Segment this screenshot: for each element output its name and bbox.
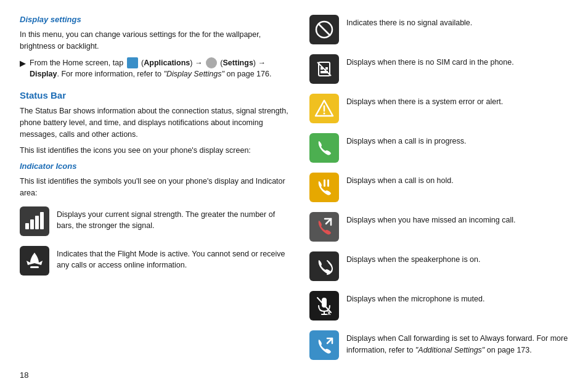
icon-row-missed: Displays when you have missed an incomin… [309,212,568,242]
icon-row-airplane: Indicates that the Flight Mode is active… [20,246,290,276]
svg-rect-9 [325,67,328,70]
icon-row-hold: Displays when a call is on hold. [309,173,568,202]
status-bar-para1: The Status Bar shows information about t… [20,105,290,140]
status-bar-para2: This list identifies the icons you see o… [20,145,290,157]
svg-rect-4 [30,266,39,268]
missed-call-icon [309,212,339,242]
svg-rect-0 [25,223,29,229]
call-forward-desc: Displays when Call forwarding is set to … [346,330,568,356]
missed-call-desc: Displays when you have missed an incomin… [346,212,568,226]
indicator-icons-section: Indicator Icons This list identifies the… [20,161,290,276]
icon-row-mute: x Displays when the microphone is muted. [309,291,568,321]
icon-row-signal: Displays your current signal strength. T… [20,206,290,236]
status-bar-section: Status Bar The Status Bar shows informat… [20,90,290,157]
no-signal-svg [314,19,335,40]
airplane-svg [24,250,45,271]
call-svg [314,137,335,158]
call-in-progress-desc: Displays when a call is in progress. [346,133,568,147]
speaker-svg [314,256,335,277]
applications-icon [127,57,138,68]
page-number: 18 [20,370,28,380]
left-column: Display settings In this menu, you can c… [20,15,290,370]
call-forward-icon [309,330,339,360]
icon-row-call: Displays when a call is in progress. [309,133,568,163]
no-sim-svg [314,59,335,80]
airplane-mode-desc: Indicates that the Flight Mode is active… [57,246,290,272]
mute-svg: x [314,295,335,316]
call-on-hold-desc: Displays when a call is on hold. [346,173,568,187]
icon-row-no-signal: Indicates there is no signal available. [309,15,568,44]
svg-line-6 [318,23,330,36]
right-column: Indicates there is no signal available. … [309,15,568,370]
arrow-bullet: ▶ [20,59,26,68]
svg-line-11 [317,62,331,76]
svg-rect-15 [324,179,325,187]
no-sim-icon [309,54,339,84]
instruction-text: From the Home screen, tap (Applications)… [30,57,290,81]
display-settings-intro: In this menu, you can change various set… [20,29,290,52]
svg-rect-1 [30,219,34,229]
settings-icon [206,57,217,68]
no-signal-icon [309,15,339,44]
airplane-mode-icon [20,246,49,276]
instruction-row: ▶ From the Home screen, tap (Application… [20,57,290,81]
page-layout: Display settings In this menu, you can c… [20,15,568,370]
icon-row-speaker: Displays when the speakerphone is on. [309,251,568,281]
icon-row-forward: Displays when Call forwarding is set to … [309,330,568,360]
mic-muted-desc: Displays when the microphone is muted. [346,291,568,305]
icon-row-alert: Displays when there is a system error or… [309,94,568,123]
speakerphone-icon [309,251,339,281]
call-in-progress-icon [309,133,339,163]
missed-svg [314,216,335,237]
alert-svg [314,98,335,119]
display-settings-section: Display settings In this menu, you can c… [20,15,290,80]
system-alert-icon [309,94,339,123]
signal-strength-desc: Displays your current signal strength. T… [57,206,290,232]
status-bar-title: Status Bar [20,90,290,100]
system-alert-desc: Displays when there is a system error or… [346,94,568,108]
signal-bars-svg [24,211,45,232]
speakerphone-desc: Displays when the speakerphone is on. [346,251,568,266]
svg-rect-3 [40,212,44,229]
svg-text:x: x [327,309,331,316]
icon-row-no-sim: Displays when there is no SIM card in th… [309,54,568,84]
signal-strength-icon [20,206,49,236]
no-signal-desc: Indicates there is no signal available. [346,15,568,29]
mic-muted-icon: x [309,291,339,321]
display-settings-title: Display settings [20,15,290,24]
hold-svg [314,177,335,198]
indicator-icons-intro: This list identifies the symbols you'll … [20,176,290,199]
svg-point-14 [324,113,325,115]
svg-rect-2 [35,216,39,229]
indicator-icons-title: Indicator Icons [20,161,290,171]
forward-svg [314,335,335,356]
svg-rect-16 [327,179,329,187]
call-on-hold-icon [309,173,339,202]
no-sim-desc: Displays when there is no SIM card in th… [346,54,568,68]
